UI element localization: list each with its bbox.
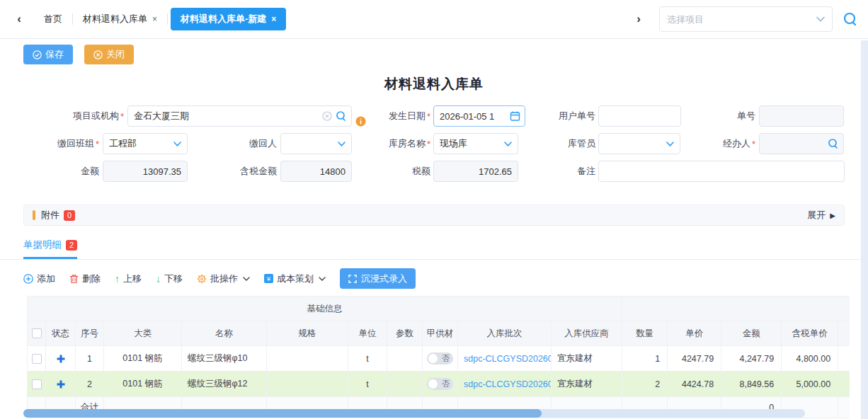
row-checkbox[interactable] <box>32 354 42 364</box>
qty-cell[interactable]: 2 <box>622 372 668 397</box>
param-cell[interactable] <box>387 372 423 397</box>
vertical-scrollbar-track[interactable] <box>861 40 868 419</box>
project-input[interactable] <box>127 105 352 127</box>
detail-tab-label: 单据明细 <box>23 239 62 251</box>
unit-cell[interactable]: t <box>348 372 387 397</box>
forward-icon[interactable]: › <box>631 11 646 27</box>
tab-material-return-new[interactable]: 材料退料入库单-新建 × <box>171 8 286 30</box>
project-label: 项目或机构* <box>16 105 124 127</box>
row-status-cell[interactable] <box>46 346 76 372</box>
remark-input[interactable] <box>598 161 845 182</box>
expand-button[interactable]: 展开 ▶ <box>807 209 835 222</box>
move-up-button[interactable]: ↑ 上移 <box>115 272 142 285</box>
col-unit: 单位 <box>348 321 387 346</box>
user-no-input[interactable] <box>598 105 681 127</box>
tax-price-cell[interactable]: 4,800.00 <box>782 346 838 372</box>
project-select-input[interactable] <box>667 14 816 25</box>
batch-link[interactable]: sdpc-CLCGYSD202601 <box>464 354 552 364</box>
owner-supplied-toggle[interactable]: 否 <box>427 378 453 390</box>
seq-cell[interactable]: 2 <box>76 372 104 397</box>
owner-supplied-toggle[interactable]: 否 <box>427 352 453 365</box>
return-team-value: 工程部 <box>109 137 137 150</box>
col-spec: 规格 <box>267 321 348 346</box>
return-team-select[interactable]: 工程部 <box>103 133 188 154</box>
tax-amount-cell[interactable]: 4,800.00 <box>838 346 850 372</box>
chevron-down-icon <box>504 142 512 147</box>
calendar-icon[interactable] <box>510 111 520 122</box>
table-row-selected: 2 0101 钢筋 螺纹三级钢φ12 t 否 sdpc-CLCGYSD20260… <box>28 372 850 397</box>
batch-cell: sdpc-CLCGYSD202601 <box>458 346 552 372</box>
group-header-basic-info: 基础信息 <box>28 297 622 321</box>
detail-tab-bar: 单据明细 2 <box>0 239 868 260</box>
keeper-select[interactable] <box>598 133 680 154</box>
returner-select[interactable] <box>280 133 352 154</box>
delete-row-button[interactable]: 删除 <box>69 272 101 285</box>
add-row-button[interactable]: 添加 <box>23 272 55 285</box>
tab-detail[interactable]: 单据明细 2 <box>23 239 77 259</box>
name-cell[interactable]: 螺纹三级钢φ10 <box>182 346 267 372</box>
qty-cell[interactable]: 1 <box>622 346 668 372</box>
close-tab-icon[interactable]: × <box>271 14 276 24</box>
section-marker <box>33 210 35 220</box>
batch-link[interactable]: sdpc-CLCGYSD202601 <box>464 379 552 389</box>
search-icon[interactable] <box>336 110 347 122</box>
tax-amount-cell[interactable]: 10,000.00 <box>838 372 850 397</box>
bill-no-input <box>759 105 844 127</box>
spec-cell[interactable] <box>267 372 348 397</box>
project-select[interactable] <box>659 6 833 32</box>
seq-cell[interactable]: 1 <box>76 346 104 372</box>
spec-cell[interactable] <box>267 346 348 372</box>
immersive-entry-button[interactable]: 沉浸式录入 <box>340 268 416 289</box>
param-cell[interactable] <box>387 346 423 372</box>
tax-input <box>433 161 518 182</box>
close-tab-icon[interactable]: × <box>152 14 157 24</box>
col-param: 参数 <box>387 321 423 346</box>
amount-cell[interactable]: 4,247.79 <box>721 346 782 372</box>
category-cell[interactable]: 0101 钢筋 <box>104 346 182 372</box>
save-button[interactable]: 保存 <box>23 45 73 64</box>
chevron-down-icon <box>338 142 346 147</box>
page-title: 材料退料入库单 <box>0 75 868 93</box>
select-all-checkbox[interactable] <box>32 328 42 338</box>
save-label: 保存 <box>45 48 64 61</box>
keeper-label: 库管员 <box>525 133 595 154</box>
horizontal-scrollbar-thumb[interactable] <box>23 409 542 418</box>
back-icon[interactable]: ‹ <box>11 11 27 27</box>
tab-label: 材料退料入库单 <box>83 13 147 25</box>
name-cell[interactable]: 螺纹三级钢φ12 <box>182 372 267 397</box>
price-cell[interactable]: 4424.78 <box>668 372 721 397</box>
move-down-button[interactable]: ↓ 下移 <box>156 272 183 285</box>
col-amount: 金额 <box>721 321 782 346</box>
price-cell[interactable]: 4247.79 <box>668 346 721 372</box>
clear-icon[interactable] <box>322 111 332 121</box>
col-tax-amount: 含税金额 <box>838 321 850 346</box>
horizontal-scrollbar-track[interactable] <box>23 409 805 418</box>
search-icon[interactable] <box>843 11 858 27</box>
detail-count-badge: 2 <box>66 240 77 251</box>
category-cell[interactable]: 0101 钢筋 <box>104 372 182 397</box>
owner-supplied-cell: 否 <box>423 372 458 397</box>
row-checkbox[interactable] <box>32 379 42 389</box>
warehouse-label: 库房名称* <box>353 133 430 154</box>
tab-material-return-list[interactable]: 材料退料入库单 × <box>76 8 164 30</box>
amount-cell[interactable]: 8,849.56 <box>721 372 782 397</box>
row-status-cell[interactable] <box>46 372 76 397</box>
tax-label: 税额 <box>353 161 430 182</box>
supplier-cell[interactable]: 宜东建材 <box>552 372 622 397</box>
chevron-down-icon <box>816 16 825 22</box>
cost-plan-icon: ¥ <box>264 274 273 283</box>
unit-cell[interactable]: t <box>348 346 387 372</box>
plus-icon <box>57 379 65 389</box>
search-icon[interactable] <box>828 138 839 149</box>
close-button[interactable]: 关闭 <box>84 45 134 64</box>
select-all-cell <box>28 321 46 346</box>
supplier-cell[interactable]: 宜东建材 <box>552 346 622 372</box>
tab-home[interactable]: 首页 <box>37 8 69 30</box>
batch-ops-menu[interactable]: 批操作 <box>197 272 250 285</box>
chevron-down-icon <box>243 277 250 281</box>
batch-cell: sdpc-CLCGYSD202601 <box>458 372 552 397</box>
tax-price-cell[interactable]: 5,000.00 <box>782 372 838 397</box>
plus-icon <box>57 354 65 364</box>
warehouse-select[interactable]: 现场库 <box>433 133 518 154</box>
cost-plan-menu[interactable]: ¥ 成本策划 <box>264 272 326 285</box>
